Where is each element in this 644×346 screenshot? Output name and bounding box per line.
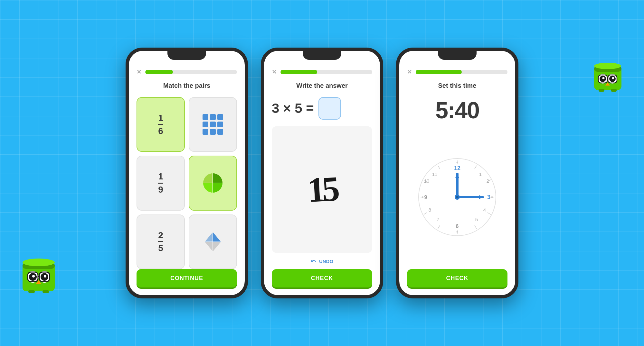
svg-text:8: 8	[429, 207, 431, 213]
handwritten-answer: 15	[307, 168, 338, 211]
fraction-1-9: 1 9	[158, 171, 163, 195]
svg-text:3: 3	[487, 194, 490, 200]
svg-text:4: 4	[483, 207, 486, 213]
pair-card-pie[interactable]	[189, 156, 237, 210]
pair-card-kite[interactable]	[189, 214, 237, 269]
svg-point-23	[612, 77, 614, 79]
owl-cube-left	[19, 253, 61, 295]
pairs-grid: 1 6	[137, 97, 237, 269]
svg-point-49	[491, 196, 493, 198]
progress-fill-1	[145, 70, 173, 74]
svg-rect-29	[611, 89, 617, 92]
svg-rect-14	[43, 290, 49, 293]
progress-bar-1	[145, 70, 237, 74]
phone-2: ✕ Write the answer 3 × 5 = 15	[261, 48, 383, 298]
svg-point-2	[23, 259, 55, 266]
phone-1: ✕ Match the pairs 1 6	[126, 48, 248, 298]
top-bar-1: ✕	[137, 68, 237, 76]
equation-text: 3 × 5 =	[272, 101, 314, 116]
clock-container: 12 3 6 9 1 2 4 5 7 8 10 11	[407, 130, 507, 264]
pie-icon	[202, 172, 224, 194]
instruction-3: Set this time	[407, 82, 507, 89]
close-button-1[interactable]: ✕	[137, 68, 141, 76]
svg-text:7: 7	[437, 217, 439, 222]
svg-point-22	[602, 77, 605, 79]
clock-svg: 12 3 6 9 1 2 4 5 7 8 10 11	[415, 155, 499, 239]
progress-bar-3	[416, 70, 507, 74]
time-display: 5:40	[407, 97, 507, 123]
svg-point-50	[457, 231, 458, 232]
pair-card-grid[interactable]	[189, 97, 237, 152]
svg-point-8	[44, 275, 46, 278]
svg-text:2: 2	[487, 178, 489, 184]
continue-button[interactable]: CONTinUe	[137, 269, 237, 287]
svg-point-7	[32, 275, 35, 278]
svg-text:1: 1	[479, 171, 482, 177]
phones-container: ✕ Match the pairs 1 6	[126, 48, 518, 298]
svg-point-51	[422, 196, 423, 198]
instruction-2: Write the answer	[272, 82, 372, 89]
svg-text:12: 12	[454, 165, 460, 171]
notch-2	[303, 51, 341, 60]
svg-rect-28	[599, 89, 604, 92]
phone-3: ✕ Set this time 5:40	[396, 48, 518, 298]
top-bar-3: ✕	[407, 68, 507, 76]
notch-1	[167, 51, 206, 60]
undo-row[interactable]: UNDO	[272, 258, 372, 264]
grid-dots-icon	[203, 114, 223, 135]
progress-bar-2	[280, 70, 372, 74]
answer-box[interactable]	[318, 97, 341, 120]
pair-card-2-5[interactable]: 2 5	[137, 214, 185, 269]
svg-text:10: 10	[424, 178, 430, 184]
check-button-3[interactable]: CHECK	[407, 269, 507, 287]
svg-text:9: 9	[424, 195, 427, 200]
progress-fill-3	[416, 70, 462, 74]
svg-point-17	[594, 63, 621, 69]
check-button-2[interactable]: CHECK	[272, 269, 372, 287]
drawing-area[interactable]: 15	[272, 126, 372, 253]
svg-point-69	[456, 196, 459, 198]
pair-card-1-9[interactable]: 1 9	[137, 156, 185, 210]
undo-label: UNDO	[319, 259, 333, 264]
svg-rect-13	[28, 290, 35, 293]
close-button-2[interactable]: ✕	[272, 68, 277, 76]
fraction-1-6: 1 6	[158, 113, 163, 136]
svg-point-48	[457, 161, 458, 163]
cube-right	[591, 58, 626, 93]
svg-text:6: 6	[456, 223, 459, 229]
close-button-3[interactable]: ✕	[407, 68, 412, 76]
notch-3	[438, 51, 477, 60]
pair-card-1-6[interactable]: 1 6	[137, 97, 185, 152]
svg-text:11: 11	[432, 171, 438, 177]
top-bar-2: ✕	[272, 68, 372, 76]
equation-row: 3 × 5 =	[272, 97, 372, 120]
clock-face[interactable]: 12 3 6 9 1 2 4 5 7 8 10 11	[415, 155, 499, 239]
progress-fill-2	[280, 70, 317, 74]
instruction-1: Match the pairs	[137, 82, 237, 89]
undo-icon	[311, 258, 317, 264]
svg-text:5: 5	[475, 217, 478, 222]
fraction-2-5: 2 5	[158, 230, 163, 254]
kite-icon	[202, 231, 224, 253]
